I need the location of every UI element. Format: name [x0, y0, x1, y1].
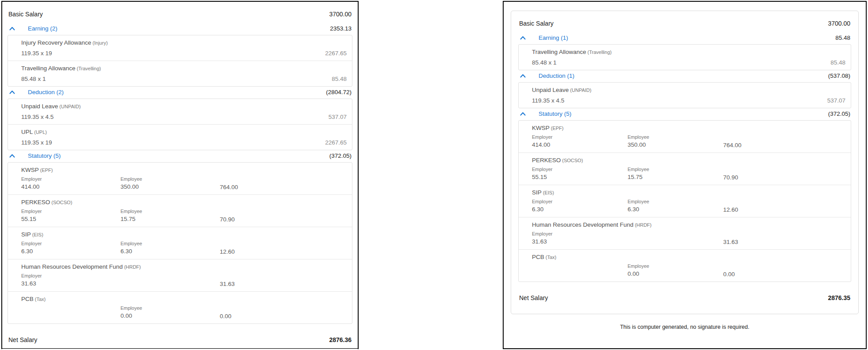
- employer-label: [21, 305, 120, 311]
- employer-amount: 31.63: [21, 280, 120, 287]
- payslip-section: Statutory (5) (372.05) KWSP(EPF) Employe…: [8, 150, 352, 324]
- salary-label: Net Salary: [8, 336, 37, 343]
- item-name-row: Unpaid Leave(UNPAID): [532, 87, 845, 93]
- employer-amount: 6.30: [21, 248, 120, 255]
- item-name: KWSP: [532, 125, 550, 131]
- item-name-row: Travelling Allowance(Travelling): [21, 65, 347, 72]
- item-quantity: 85.48 x 1: [532, 59, 557, 66]
- section-header[interactable]: Statutory (5) (372.05): [8, 150, 352, 162]
- employer-column: Employer 6.30: [532, 199, 627, 213]
- item-code: (EIS): [543, 190, 554, 195]
- section-title[interactable]: Earning (2): [28, 25, 57, 32]
- employer-label: Employer: [21, 241, 120, 247]
- section-header[interactable]: Statutory (5) (372.05): [518, 108, 851, 120]
- employee-amount: 6.30: [120, 248, 219, 255]
- item-code: (Tax): [35, 297, 46, 302]
- payslip-content: Basic Salary 3700.00 Earning (1) 85.48 T…: [513, 13, 857, 311]
- item-code: (HRDF): [635, 222, 652, 228]
- employee-label: Employee: [120, 176, 219, 182]
- employee-column: Employee 6.30: [120, 241, 219, 255]
- salary-row: Basic Salary 3700.00: [8, 8, 352, 23]
- employee-label: Employee: [627, 167, 723, 172]
- pay-item: UPL(UPL) 119.35 x 19 2267.65: [8, 124, 352, 150]
- employer-amount: 414.00: [21, 183, 120, 190]
- section-header[interactable]: Earning (1) 85.48: [518, 32, 851, 44]
- section-total: (537.08): [828, 72, 850, 79]
- section-total: 85.48: [835, 34, 850, 41]
- chevron-up-icon[interactable]: [520, 112, 526, 116]
- chevron-up-icon[interactable]: [9, 27, 15, 30]
- section-title[interactable]: Statutory (5): [539, 110, 571, 117]
- item-value-row: 119.35 x 4.5 537.07: [21, 114, 347, 120]
- item-code: (Travelling): [588, 49, 612, 55]
- item-quantity: 119.35 x 19: [21, 50, 52, 57]
- payslip-card: Basic Salary 3700.00 Earning (1) 85.48 T…: [511, 11, 859, 314]
- item-code: (UPL): [34, 129, 47, 135]
- payslip-section: Statutory (5) (372.05) KWSP(EPF) Employe…: [518, 108, 851, 282]
- item-name-row: Travelling Allowance(Travelling): [532, 49, 845, 55]
- item-code: (SOCSO): [562, 158, 583, 163]
- item-code: (Tax): [546, 255, 556, 260]
- pay-item: Travelling Allowance(Travelling) 85.48 x…: [519, 45, 851, 70]
- employee-amount: 350.00: [627, 141, 723, 148]
- employer-label: Employer: [21, 273, 120, 279]
- item-name: Human Resources Development Fund: [532, 221, 634, 228]
- employee-column: Employee 0.00: [627, 263, 723, 278]
- item-name-row: PERKESO(SOCSO): [21, 199, 347, 205]
- item-total-amount: 0.00: [723, 271, 845, 278]
- employer-column: Employer 414.00: [532, 134, 627, 148]
- section-title[interactable]: Deduction (2): [28, 89, 64, 95]
- item-name: PCB: [532, 254, 544, 260]
- item-value-row: 119.35 x 19 2267.65: [21, 139, 347, 146]
- chevron-up-icon[interactable]: [520, 74, 526, 78]
- item-total-amount: 12.60: [723, 206, 845, 213]
- item-name-row: Human Resources Development Fund(HRDF): [532, 221, 845, 228]
- section-items-box: Injury Recovery Allowance(Injury) 119.35…: [8, 35, 352, 87]
- footer-note: This is computer generated, no signature…: [504, 314, 866, 330]
- employee-column: Employee 350.00: [627, 134, 723, 148]
- section-header[interactable]: Earning (2) 2353.13: [8, 23, 352, 35]
- item-name: SIP: [532, 189, 542, 196]
- statutory-item: Human Resources Development Fund(HRDF) E…: [8, 259, 352, 291]
- item-value-row: 85.48 x 1 85.48: [21, 76, 347, 82]
- employer-label: Employer: [21, 176, 120, 182]
- employee-label: Employee: [120, 241, 219, 247]
- item-name-row: PCB(Tax): [532, 254, 845, 260]
- employer-column: Employer 31.63: [21, 273, 120, 287]
- statutory-item: SIP(EIS) Employer 6.30 Employee 6.30 12.…: [519, 185, 851, 217]
- payslip-section: Deduction (2) (2804.72) Unpaid Leave(UNP…: [8, 87, 352, 150]
- chevron-up-icon[interactable]: [9, 90, 15, 94]
- item-amount: 2267.65: [325, 139, 347, 146]
- item-total-amount: 70.90: [220, 216, 347, 223]
- item-quantity: 119.35 x 19: [21, 139, 52, 146]
- section-title[interactable]: Deduction (1): [539, 72, 574, 79]
- pay-item: Unpaid Leave(UNPAID) 119.35 x 4.5 537.07: [519, 83, 851, 108]
- item-name: Travelling Allowance: [21, 65, 76, 72]
- section-title[interactable]: Statutory (5): [28, 152, 61, 159]
- employee-amount: 15.75: [120, 216, 219, 223]
- item-total-amount: 0.00: [220, 313, 347, 320]
- employee-label: Employee: [627, 263, 723, 269]
- item-code: (UNPAID): [59, 104, 80, 109]
- salary-label: Basic Salary: [8, 11, 43, 18]
- item-amount: 2267.65: [325, 50, 347, 57]
- section-header[interactable]: Deduction (1) (537.08): [518, 70, 851, 82]
- contribution-columns: Employee 0.00 0.00: [21, 305, 347, 320]
- statutory-item: SIP(EIS) Employer 6.30 Employee 6.30 12.…: [8, 227, 352, 259]
- salary-row: Basic Salary 3700.00: [518, 17, 851, 32]
- section-title[interactable]: Earning (1): [539, 34, 568, 41]
- statutory-item: KWSP(EPF) Employer 414.00 Employee 350.0…: [8, 163, 352, 194]
- statutory-item: PCB(Tax) Employee 0.00 0.00: [8, 291, 352, 323]
- item-name-row: SIP(EIS): [21, 231, 347, 238]
- employer-label: Employer: [21, 209, 120, 214]
- chevron-up-icon[interactable]: [520, 36, 526, 40]
- statutory-item: KWSP(EPF) Employer 414.00 Employee 350.0…: [519, 121, 851, 152]
- salary-label: Net Salary: [519, 294, 548, 301]
- employer-column: Employer 55.15: [532, 167, 627, 181]
- employer-label: Employer: [532, 134, 627, 140]
- employee-column: [120, 273, 219, 287]
- item-name: UPL: [21, 129, 33, 135]
- item-name: PERKESO: [21, 199, 50, 205]
- section-header[interactable]: Deduction (2) (2804.72): [8, 87, 352, 99]
- chevron-up-icon[interactable]: [9, 154, 15, 158]
